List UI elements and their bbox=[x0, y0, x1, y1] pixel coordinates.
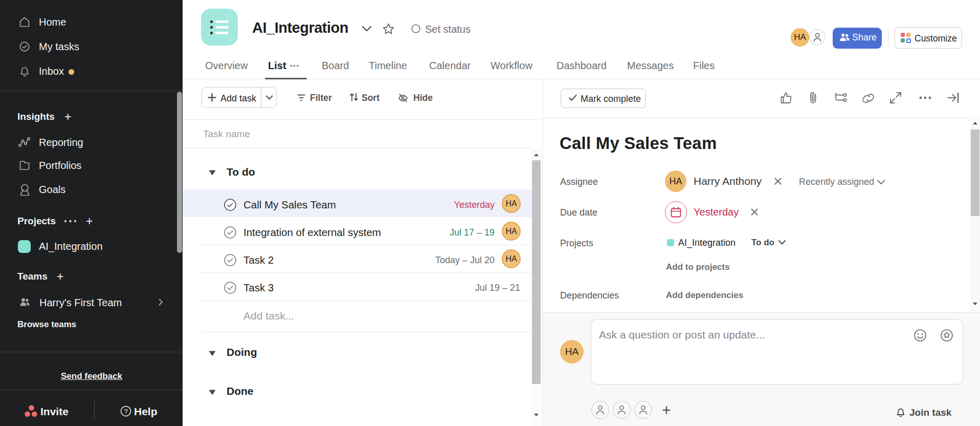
svg-text:?: ? bbox=[124, 408, 127, 415]
